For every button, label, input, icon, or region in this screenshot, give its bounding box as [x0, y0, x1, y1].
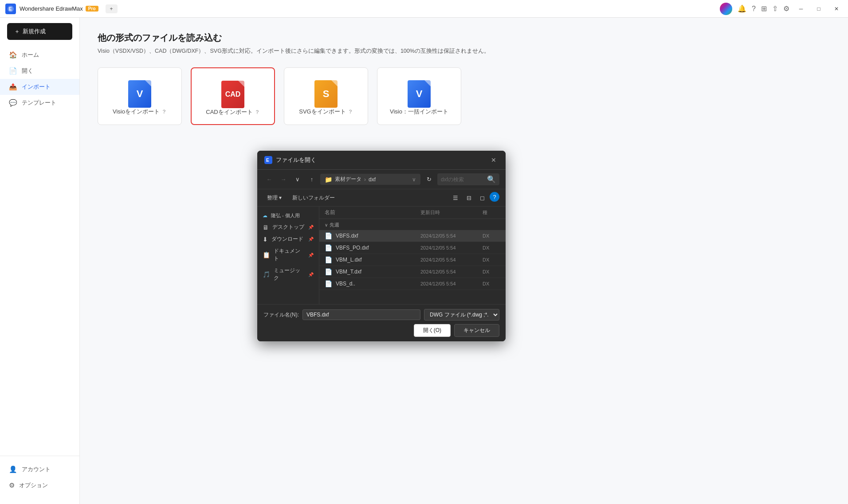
plus-icon: + [110, 6, 113, 12]
filetype-select[interactable]: DWG ファイル (*.dwg ;*.dxf) [424, 309, 499, 320]
up-button[interactable]: ↑ [306, 174, 318, 185]
table-row[interactable]: 📄 VBM_T.dxf 2024/12/05 5:54 DX [319, 266, 506, 278]
dialog-body: ☁ 隆弘 - 個人用 🖥 デスクトップ 📌 ⬇ ダウンロード 📌 📋 [257, 207, 506, 304]
grid-icon[interactable]: ⊞ [761, 4, 767, 13]
organize-button[interactable]: 整理 ▾ [263, 193, 285, 203]
sidebar-item-open[interactable]: 📄 開く [0, 63, 79, 79]
close-button[interactable]: ✕ [830, 3, 843, 15]
sidebar-item-account[interactable]: 👤 アカウント [0, 461, 79, 477]
avatar[interactable] [720, 3, 732, 15]
file-date: 2024/12/05 5:54 [420, 245, 483, 250]
cad-import-card[interactable]: CAD CADをインポート ？ [191, 67, 275, 125]
filelist-header: 名前 更新日時 種 [319, 207, 506, 219]
download-icon: ⬇ [263, 236, 268, 243]
dialog-sidebar-download[interactable]: ⬇ ダウンロード 📌 [257, 233, 319, 245]
dropdown-button[interactable]: ∨ [292, 174, 303, 185]
sidebar-label-open: 開く [22, 67, 33, 75]
sidebar-label-home: ホーム [22, 51, 39, 59]
dialog-sidebar-download-label: ダウンロード [271, 235, 303, 243]
forward-button[interactable]: → [278, 174, 289, 185]
dialog-sidebar-music-label: ミュージック [274, 267, 305, 282]
table-row[interactable]: 📄 VBFS.dxf 2024/12/05 5:54 DX [319, 230, 506, 242]
filename-input[interactable] [302, 309, 420, 320]
visio-import-card[interactable]: V Visioをインポート ？ [98, 67, 182, 125]
sidebar-item-template[interactable]: 💬 テンプレート [0, 95, 79, 111]
template-icon: 💬 [9, 99, 17, 107]
file-type: DX [483, 257, 500, 262]
file-name: VBM_L.dxf [336, 257, 420, 263]
main-content: 他の形式のファイルを読み込む Visio（VSDX/VSD）、CAD（DWG/D… [80, 18, 848, 504]
file-icon: 📄 [325, 232, 332, 239]
minimize-button[interactable]: ─ [795, 3, 807, 15]
search-input[interactable] [441, 176, 485, 183]
view-toggle-buttons: ☰ ⊟ ◻ ? [450, 192, 499, 203]
sidebar-item-import[interactable]: 📤 インポート [0, 79, 79, 95]
app-name: Wondershare EdrawMax [20, 5, 83, 12]
import-cards: V Visioをインポート ？ CAD CADをインポート ？ [98, 67, 830, 125]
refresh-button[interactable]: ↻ [423, 174, 435, 185]
cad-file-icon: CAD [221, 81, 244, 108]
filelist-section-label: ∨ 先週 [319, 219, 506, 230]
maximize-button[interactable]: □ [813, 3, 825, 15]
col-type: 種 [483, 209, 500, 216]
cad-help-icon[interactable]: ？ [255, 109, 260, 116]
svg-card-label: SVGをインポート [299, 108, 345, 116]
dialog-toolbar: ← → ∨ ↑ 📁 素材データ › dxf ∨ ↻ 🔍 [257, 170, 506, 189]
table-row[interactable]: 📄 VBFS_PO.dxf 2024/12/05 5:54 DX [319, 242, 506, 254]
titlebar: E Wondershare EdrawMax Pro + 🔔 ? ⊞ ⇧ ⚙ ─… [0, 0, 848, 18]
import-icon: 📤 [9, 83, 17, 91]
breadcrumb-prefix: 素材データ [335, 176, 361, 183]
sidebar: ＋ 新規作成 🏠 ホーム 📄 開く 📤 インポート 💬 テンプレート [0, 18, 80, 504]
dialog-sidebar: ☁ 隆弘 - 個人用 🖥 デスクトップ 📌 ⬇ ダウンロード 📌 📋 [257, 207, 319, 304]
notification-icon[interactable]: 🔔 [738, 4, 746, 13]
sidebar-label-import: インポート [22, 83, 51, 91]
cancel-button[interactable]: キャンセル [454, 324, 499, 337]
plus-icon: ＋ [14, 27, 20, 35]
sidebar-label-account: アカウント [22, 465, 51, 473]
breadcrumb-separator: › [364, 176, 366, 183]
cad-card-label: CADをインポート [206, 108, 252, 116]
open-button[interactable]: 開く(O) [414, 324, 451, 337]
sidebar-item-home[interactable]: 🏠 ホーム [0, 47, 79, 63]
desktop-icon: 🖥 [263, 224, 269, 231]
dialog-sidebar-documents-label: ドキュメント [274, 247, 305, 262]
file-name: VBS_d.. [336, 281, 420, 287]
preview-button[interactable]: ◻ [476, 192, 488, 203]
dialog-close-button[interactable]: ✕ [489, 155, 499, 165]
share-icon[interactable]: ⇧ [772, 4, 778, 13]
new-tab-btn[interactable]: + [106, 4, 118, 13]
visio-batch-import-card[interactable]: V Visio：一括インポート [377, 67, 461, 125]
details-toggle-button[interactable]: ⊟ [463, 192, 475, 203]
help-button[interactable]: ? [490, 192, 499, 202]
svg-import-card[interactable]: S SVGをインポート ？ [284, 67, 368, 125]
svg-text:E: E [9, 7, 12, 12]
pin-icon-download: 📌 [308, 237, 314, 242]
new-folder-button[interactable]: 新しいフォルダー [289, 193, 338, 203]
back-button[interactable]: ← [263, 174, 275, 185]
dialog-sidebar-desktop[interactable]: 🖥 デスクトップ 📌 [257, 221, 319, 233]
file-type: DX [483, 281, 500, 286]
new-create-button[interactable]: ＋ 新規作成 [7, 23, 72, 40]
dialog-app-icon: E [264, 156, 272, 164]
dialog-sidebar-documents[interactable]: 📋 ドキュメント 📌 [257, 245, 319, 265]
table-row[interactable]: 📄 VBM_L.dxf 2024/12/05 5:54 DX [319, 254, 506, 266]
dialog-titlebar: E ファイルを開く ✕ [257, 151, 506, 170]
documents-icon: 📋 [263, 251, 270, 258]
svg-help-icon[interactable]: ？ [348, 108, 353, 116]
dialog-footer: ファイル名(N): DWG ファイル (*.dwg ;*.dxf) 開く(O) … [257, 304, 506, 341]
settings-icon[interactable]: ⚙ [783, 4, 789, 13]
breadcrumb-dropdown-icon[interactable]: ∨ [412, 176, 416, 183]
cloud-icon: ☁ [263, 213, 267, 219]
pin-icon-documents: 📌 [308, 253, 314, 258]
new-create-label: 新規作成 [23, 27, 46, 35]
dialog-sidebar-music[interactable]: 🎵 ミュージック 📌 [257, 265, 319, 284]
visio-card-label: Visioをインポート [113, 108, 160, 116]
sidebar-item-options[interactable]: ⚙ オプション [0, 477, 79, 493]
folder-icon: 📁 [325, 176, 332, 183]
visio-help-icon[interactable]: ？ [161, 108, 167, 116]
breadcrumb-bar: 📁 素材データ › dxf ∨ [320, 174, 420, 185]
sidebar-bottom: 👤 アカウント ⚙ オプション [0, 456, 79, 499]
help-icon[interactable]: ? [752, 5, 756, 13]
table-row[interactable]: 📄 VBS_d.. 2024/12/05 5:54 DX [319, 278, 506, 290]
list-view-button[interactable]: ☰ [450, 192, 461, 203]
